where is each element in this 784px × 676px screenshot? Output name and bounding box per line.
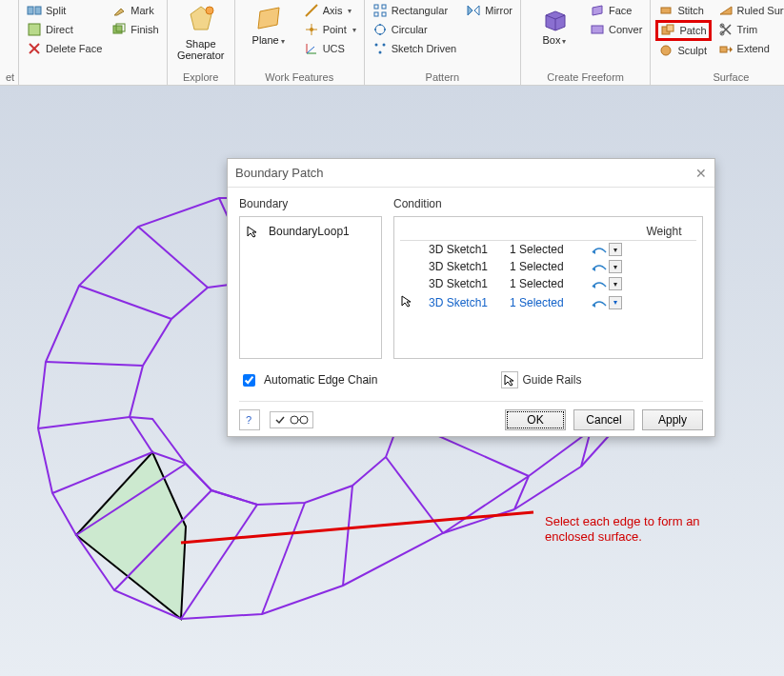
svg-point-26 (374, 44, 377, 47)
ruled-label: Ruled Surface (737, 5, 784, 16)
patch-button[interactable]: Patch (656, 21, 710, 40)
stitch-label: Stitch (677, 5, 704, 16)
svg-rect-19 (374, 12, 378, 16)
stitch-button[interactable]: Stitch (656, 2, 710, 19)
close-icon[interactable]: ✕ (695, 166, 707, 181)
sculpt-label: Sculpt (677, 45, 707, 56)
svg-point-25 (374, 29, 376, 30)
point-label: Point (323, 24, 347, 35)
direct-icon (27, 22, 42, 37)
ruled-surface-button[interactable]: Ruled Surface (716, 2, 784, 19)
box-button[interactable]: Box▾ (527, 2, 582, 48)
trim-button[interactable]: Trim (716, 21, 784, 38)
finish-button[interactable]: Finish (110, 21, 160, 38)
split-icon (27, 3, 42, 18)
finish-label: Finish (131, 24, 158, 35)
point-button[interactable]: Point▾ (302, 21, 358, 38)
condition-row[interactable]: 3D Sketch11 Selected▾ (400, 292, 696, 312)
face-button[interactable]: Face (588, 2, 644, 19)
freeform-label: Create Freeform (527, 70, 644, 85)
face-label: Face (609, 5, 632, 16)
cancel-button[interactable]: Cancel (573, 409, 634, 430)
auto-edge-chain-checkbox[interactable]: Automatic Edge Chain (239, 371, 377, 389)
svg-marker-33 (593, 6, 602, 15)
auto-edge-chain-input[interactable] (243, 374, 255, 387)
chevron-down-icon[interactable]: ▾ (609, 296, 622, 309)
sketch-label: Sketch Driven (392, 43, 456, 54)
rectangular-pattern-button[interactable]: Rectangular (371, 2, 458, 19)
annotation-line1: Select each edge to form an (545, 514, 700, 528)
svg-point-38 (661, 46, 671, 55)
shape-generator-button[interactable]: ShapeGenerator (173, 2, 229, 61)
patch-icon (660, 23, 675, 38)
chevron-down-icon[interactable]: ▾ (609, 260, 622, 273)
trim-icon (718, 22, 734, 37)
help-button[interactable]: ? (239, 409, 260, 430)
condition-row[interactable]: 3D Sketch11 Selected▾ (400, 241, 696, 258)
check-icon (274, 414, 286, 426)
condition-list[interactable]: Weight 3D Sketch11 Selected▾3D Sketch11 … (393, 216, 703, 359)
condition-row[interactable]: 3D Sketch11 Selected▾ (400, 275, 696, 292)
circular-pattern-button[interactable]: Circular (371, 21, 458, 38)
sketch-driven-button[interactable]: Sketch Driven (371, 40, 458, 57)
svg-point-23 (384, 29, 386, 30)
convert-label: Conver (609, 24, 642, 35)
condition-picker[interactable]: ▾ (591, 243, 622, 256)
ucs-button[interactable]: UCS (302, 40, 358, 57)
plane-button[interactable]: Plane▾ (241, 2, 296, 48)
wf-label: Work Features (241, 70, 358, 85)
guide-rails-button[interactable]: Guide Rails (499, 370, 583, 389)
ucs-label: UCS (323, 43, 345, 54)
boundary-loop-item[interactable]: BoundaryLoop1 (246, 223, 375, 240)
x-icon (27, 41, 42, 56)
dialog-titlebar[interactable]: Boundary Patch ✕ (228, 159, 714, 188)
split-button[interactable]: Split (25, 2, 104, 19)
mark-button[interactable]: Mark (110, 2, 160, 19)
extend-button[interactable]: Extend (716, 40, 784, 57)
delete-face-button[interactable]: Delete Face (25, 40, 104, 57)
chevron-down-icon[interactable]: ▾ (609, 243, 622, 256)
svg-rect-35 (661, 8, 671, 13)
options-toggle[interactable] (270, 411, 313, 428)
sculpt-button[interactable]: Sculpt (656, 42, 710, 59)
face-icon (590, 3, 605, 18)
svg-line-58 (262, 503, 305, 614)
shape-generator-icon (185, 4, 217, 36)
axis-icon (304, 3, 319, 18)
convert-button[interactable]: Conver (588, 21, 644, 38)
direct-button[interactable]: Direct (25, 21, 104, 38)
split-label: Split (46, 5, 66, 16)
axis-button[interactable]: Axis▾ (302, 2, 358, 19)
box-label: Box (542, 34, 560, 46)
svg-line-48 (79, 286, 171, 319)
boundary-header: Boundary (239, 197, 382, 210)
selection-count: 1 Selected (510, 296, 581, 309)
selection-count: 1 Selected (510, 243, 581, 256)
tangent-icon (591, 243, 608, 256)
ucs-icon (304, 41, 319, 56)
extend-icon (718, 41, 734, 56)
tangent-icon (591, 296, 608, 309)
condition-picker[interactable]: ▾ (591, 277, 622, 290)
svg-rect-0 (28, 7, 33, 14)
ribbon: et Split Direct Delete Face (0, 0, 784, 86)
mirror-icon (466, 3, 481, 18)
chevron-down-icon[interactable]: ▾ (609, 277, 622, 290)
condition-row[interactable]: 3D Sketch11 Selected▾ (400, 258, 696, 275)
cursor-icon (400, 294, 413, 308)
condition-picker[interactable]: ▾ (591, 296, 622, 309)
pattern-label: Pattern (371, 70, 514, 85)
svg-point-21 (375, 25, 385, 34)
svg-rect-17 (374, 5, 378, 9)
extend-label: Extend (737, 43, 770, 54)
apply-button[interactable]: Apply (642, 409, 703, 430)
svg-marker-29 (468, 6, 472, 15)
selection-count: 1 Selected (510, 260, 581, 273)
convert-icon (590, 22, 605, 37)
annotation-text: Select each edge to form an enclosed sur… (545, 514, 700, 545)
boundary-list[interactable]: BoundaryLoop1 (239, 216, 382, 359)
mirror-button[interactable]: Mirror (464, 2, 514, 19)
ok-button[interactable]: OK (505, 409, 566, 430)
condition-picker[interactable]: ▾ (591, 260, 622, 273)
tangent-icon (591, 277, 608, 290)
